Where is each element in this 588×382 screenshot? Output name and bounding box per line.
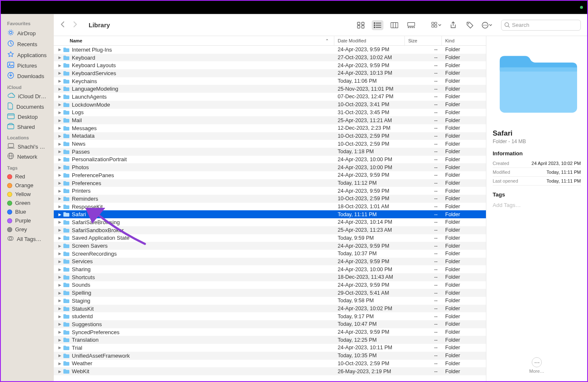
file-row[interactable]: ▶Messages12-Dec-2023, 2:23 PM--Folder (54, 124, 486, 132)
disclosure-triangle-icon[interactable]: ▶ (56, 173, 63, 177)
disclosure-triangle-icon[interactable]: ▶ (56, 236, 63, 240)
column-size[interactable]: Size (405, 36, 442, 45)
file-row[interactable]: ▶PreferencesToday, 11:12 PM--Folder (54, 179, 486, 187)
sidebar-item[interactable]: Documents (1, 101, 54, 112)
disclosure-triangle-icon[interactable]: ▶ (56, 134, 63, 138)
file-row[interactable]: ▶Metadata10-Oct-2023, 2:59 PM--Folder (54, 132, 486, 140)
disclosure-triangle-icon[interactable]: ▶ (56, 118, 63, 123)
rows-container[interactable]: ▶Internet Plug-Ins24-Apr-2023, 9:59 PM--… (54, 46, 486, 381)
sidebar-item[interactable]: Pictures (1, 60, 54, 71)
disclosure-triangle-icon[interactable]: ▶ (56, 189, 63, 193)
disclosure-triangle-icon[interactable]: ▶ (56, 228, 63, 232)
file-row[interactable]: ▶Logs31-Oct-2023, 3:45 PM--Folder (54, 109, 486, 117)
more-button[interactable]: ⋯ More… (493, 357, 581, 374)
file-row[interactable]: ▶Sharing24-Apr-2023, 10:00 PM--Folder (54, 265, 486, 273)
disclosure-triangle-icon[interactable]: ▶ (56, 142, 63, 146)
file-row[interactable]: ▶Internet Plug-Ins24-Apr-2023, 9:59 PM--… (54, 46, 486, 54)
tags-input[interactable]: Add Tags… (493, 202, 581, 208)
file-row[interactable]: ▶Sounds24-Apr-2023, 9:59 PM--Folder (54, 281, 486, 289)
column-headers[interactable]: Name⌃ Date Modified Size Kind (54, 36, 486, 46)
disclosure-triangle-icon[interactable]: ▶ (56, 220, 63, 224)
sidebar-item[interactable]: Downloads (1, 71, 54, 81)
file-row[interactable]: ▶News10-Oct-2023, 2:59 PM--Folder (54, 140, 486, 148)
file-row[interactable]: ▶LanguageModeling25-Nov-2023, 11:01 PM--… (54, 85, 486, 93)
file-row[interactable]: ▶SafariToday, 11:11 PM--Folder (54, 210, 486, 218)
file-row[interactable]: ▶TranslationToday, 12:25 PM--Folder (54, 336, 486, 344)
disclosure-triangle-icon[interactable]: ▶ (56, 94, 63, 99)
sidebar-item[interactable]: Network (1, 151, 54, 162)
disclosure-triangle-icon[interactable]: ▶ (56, 71, 63, 75)
file-row[interactable]: ▶PassesToday, 1:18 PM--Folder (54, 148, 486, 156)
sidebar-item[interactable]: Blue (1, 207, 54, 216)
file-row[interactable]: ▶Keyboard27-Oct-2023, 10:02 AM--Folder (54, 54, 486, 62)
disclosure-triangle-icon[interactable]: ▶ (56, 149, 63, 154)
file-row[interactable]: ▶SuggestionsToday, 10:47 PM--Folder (54, 320, 486, 328)
file-row[interactable]: ▶Printers24-Apr-2023, 9:59 PM--Folder (54, 187, 486, 195)
disclosure-triangle-icon[interactable]: ▶ (56, 55, 63, 60)
sidebar-item[interactable]: All Tags… (1, 234, 54, 244)
disclosure-triangle-icon[interactable]: ▶ (56, 126, 63, 130)
disclosure-triangle-icon[interactable]: ▶ (56, 338, 63, 342)
group-by-button[interactable] (430, 20, 442, 30)
sidebar-item[interactable]: Recents (1, 39, 54, 50)
column-date[interactable]: Date Modified (334, 36, 405, 45)
disclosure-triangle-icon[interactable]: ▶ (56, 259, 63, 264)
icon-view-button[interactable] (355, 20, 367, 30)
disclosure-triangle-icon[interactable]: ▶ (56, 353, 63, 358)
disclosure-triangle-icon[interactable]: ▶ (56, 267, 63, 272)
sidebar-item[interactable]: Shared (1, 122, 54, 132)
file-row[interactable]: ▶Screen Savers24-Apr-2023, 9:59 PM--Fold… (54, 242, 486, 250)
disclosure-triangle-icon[interactable]: ▶ (56, 251, 63, 256)
sidebar-item[interactable]: Desktop (1, 112, 54, 122)
file-row[interactable]: ▶Keyboard Layouts24-Apr-2023, 9:59 PM--F… (54, 61, 486, 69)
actions-button[interactable] (481, 20, 493, 30)
file-row[interactable]: ▶ResponseKit18-Oct-2023, 1:01 AM--Folder (54, 203, 486, 211)
file-row[interactable]: ▶StatusKit24-Apr-2023, 10:02 PM--Folder (54, 305, 486, 313)
disclosure-triangle-icon[interactable]: ▶ (56, 345, 63, 350)
file-row[interactable]: ▶PreferencePanes24-Apr-2023, 9:59 PM--Fo… (54, 171, 486, 179)
share-button[interactable] (447, 20, 459, 30)
file-row[interactable]: ▶KeyboardServices24-Apr-2023, 10:13 PM--… (54, 69, 486, 77)
disclosure-triangle-icon[interactable]: ▶ (56, 298, 63, 303)
file-row[interactable]: ▶Photos24-Apr-2023, 10:00 PM--Folder (54, 163, 486, 171)
list-view-button[interactable] (372, 20, 383, 30)
disclosure-triangle-icon[interactable]: ▶ (56, 47, 63, 52)
sidebar-item[interactable]: Applications (1, 50, 54, 60)
file-row[interactable]: ▶Services24-Apr-2023, 9:59 PM--Folder (54, 258, 486, 266)
column-name[interactable]: Name⌃ (54, 36, 334, 45)
disclosure-triangle-icon[interactable]: ▶ (56, 291, 63, 295)
sidebar-item[interactable]: iCloud Drive (1, 92, 54, 101)
gallery-view-button[interactable] (405, 20, 417, 30)
disclosure-triangle-icon[interactable]: ▶ (56, 87, 63, 91)
disclosure-triangle-icon[interactable]: ▶ (56, 314, 63, 319)
sidebar-item[interactable]: Grey (1, 225, 54, 234)
disclosure-triangle-icon[interactable]: ▶ (56, 79, 63, 83)
forward-button[interactable] (73, 21, 78, 29)
file-row[interactable]: ▶SyncedPreferences24-Apr-2023, 9:59 PM--… (54, 328, 486, 336)
file-row[interactable]: ▶Trial24-Apr-2023, 10:11 PM--Folder (54, 344, 486, 352)
file-row[interactable]: ▶LaunchAgents07-Dec-2023, 12:47 PM--Fold… (54, 93, 486, 101)
file-row[interactable]: ▶SafariSandboxBroker25-Apr-2023, 11:23 A… (54, 226, 486, 234)
disclosure-triangle-icon[interactable]: ▶ (56, 165, 63, 170)
disclosure-triangle-icon[interactable]: ▶ (56, 283, 63, 287)
sidebar-item[interactable]: Green (1, 199, 54, 207)
file-row[interactable]: ▶Reminders10-Oct-2023, 2:59 PM--Folder (54, 195, 486, 203)
file-row[interactable]: ▶ScreenRecordingsToday, 10:37 PM--Folder (54, 250, 486, 258)
file-row[interactable]: ▶Saved Application StateToday, 9:59 PM--… (54, 234, 486, 242)
window-max-dot[interactable] (580, 6, 583, 9)
file-row[interactable]: ▶Weather10-Oct-2023, 2:59 PM--Folder (54, 360, 486, 368)
file-row[interactable]: ▶Spelling29-Oct-2023, 5:41 AM--Folder (54, 289, 486, 297)
disclosure-triangle-icon[interactable]: ▶ (56, 369, 63, 374)
column-view-button[interactable] (388, 20, 400, 30)
search-input[interactable]: Search (501, 20, 581, 31)
disclosure-triangle-icon[interactable]: ▶ (56, 157, 63, 162)
disclosure-triangle-icon[interactable]: ▶ (56, 322, 63, 326)
disclosure-triangle-icon[interactable]: ▶ (56, 110, 63, 115)
disclosure-triangle-icon[interactable]: ▶ (56, 275, 63, 279)
file-row[interactable]: ▶Shortcuts18-Dec-2023, 11:43 AM--Folder (54, 273, 486, 281)
sidebar-item[interactable]: Purple (1, 216, 54, 225)
file-row[interactable]: ▶studentdToday, 9:17 PM--Folder (54, 312, 486, 320)
file-row[interactable]: ▶StagingToday, 9:58 PM--Folder (54, 297, 486, 305)
file-row[interactable]: ▶SafariSafeBrowsing24-Apr-2023, 10:14 PM… (54, 218, 486, 226)
sidebar-item[interactable]: Orange (1, 181, 54, 190)
